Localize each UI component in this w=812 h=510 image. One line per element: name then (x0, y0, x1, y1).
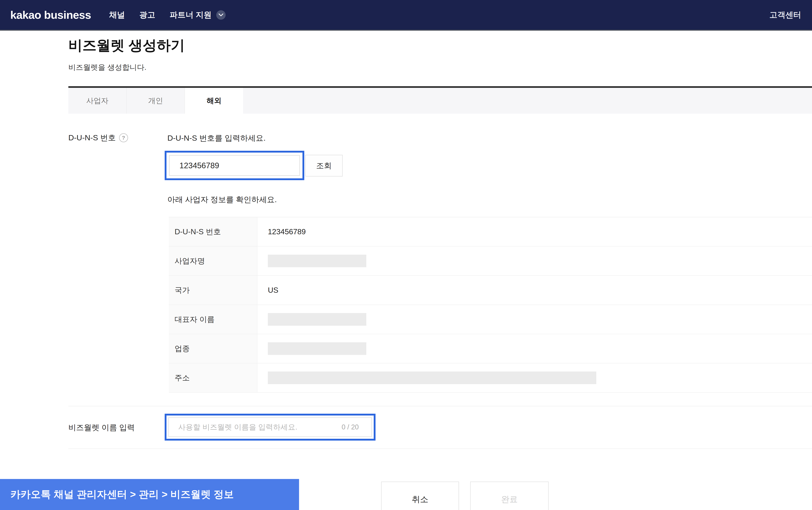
top-nav: kakao business 채널 광고 파트너 지원 고객센터 (0, 0, 812, 31)
breadcrumb-badge: 카카오톡 채널 관리자센터 > 관리 > 비즈월렛 정보 (0, 479, 299, 510)
page-title: 비즈월렛 생성하기 (68, 36, 185, 55)
duns-input-highlight (165, 151, 304, 180)
tab-business[interactable]: 사업자 (68, 88, 126, 114)
nav-item-partner-support[interactable]: 파트너 지원 (170, 9, 226, 20)
table-row-country: 국가 US (169, 276, 812, 305)
table-row-business-name: 사업자명 (169, 246, 812, 276)
table-row-duns: D-U-N-S 번호 123456789 (169, 217, 812, 246)
redacted-value-box (268, 371, 596, 384)
biz-wallet-create-page: kakao business 채널 광고 파트너 지원 고객센터 비즈월렛 생성… (0, 0, 812, 510)
duns-number-label: D-U-N-S 번호 ? (68, 132, 128, 143)
nav-item-channel[interactable]: 채널 (109, 9, 125, 20)
section-divider (68, 449, 812, 449)
business-info-table: D-U-N-S 번호 123456789 사업자명 국가 US 대표자 이름 업… (169, 217, 812, 393)
nav-item-customer-center[interactable]: 고객센터 (770, 9, 801, 20)
chevron-down-icon[interactable] (216, 10, 226, 20)
table-row-industry: 업종 (169, 334, 812, 363)
country-value: US (268, 286, 278, 295)
tab-personal[interactable]: 개인 (126, 88, 185, 114)
table-row-representative: 대표자 이름 (169, 305, 812, 334)
redacted-value-box (268, 342, 366, 355)
cancel-button[interactable]: 취소 (381, 481, 459, 510)
redacted-value-box (268, 254, 366, 267)
question-circle-icon[interactable]: ? (119, 133, 128, 142)
section-divider (68, 406, 812, 406)
lookup-button[interactable]: 조회 (305, 155, 343, 177)
wallet-name-label: 비즈월렛 이름 입력 (68, 422, 135, 433)
duns-number-input[interactable] (169, 155, 300, 176)
wallet-name-input-highlight: 0 / 20 (165, 414, 376, 441)
table-row-address: 주소 (169, 363, 812, 393)
wallet-name-input[interactable] (169, 418, 342, 437)
kakao-business-logo[interactable]: kakao business (10, 8, 91, 21)
nav-item-ads[interactable]: 광고 (139, 9, 155, 20)
wallet-name-input-box: 0 / 20 (168, 417, 372, 437)
done-button[interactable]: 완료 (470, 481, 549, 510)
nav-menu: 채널 광고 파트너 지원 (109, 9, 226, 20)
char-counter: 0 / 20 (342, 423, 371, 431)
duns-value: 123456789 (268, 228, 306, 236)
redacted-value-box (268, 313, 366, 326)
page-subtitle: 비즈월렛을 생성합니다. (68, 62, 146, 72)
confirm-info-text: 아래 사업자 정보를 확인하세요. (167, 194, 277, 205)
duns-instruction-text: D-U-N-S 번호를 입력하세요. (167, 133, 266, 143)
tab-overseas[interactable]: 해외 (185, 88, 243, 114)
tab-strip: 사업자 개인 해외 (68, 86, 812, 114)
